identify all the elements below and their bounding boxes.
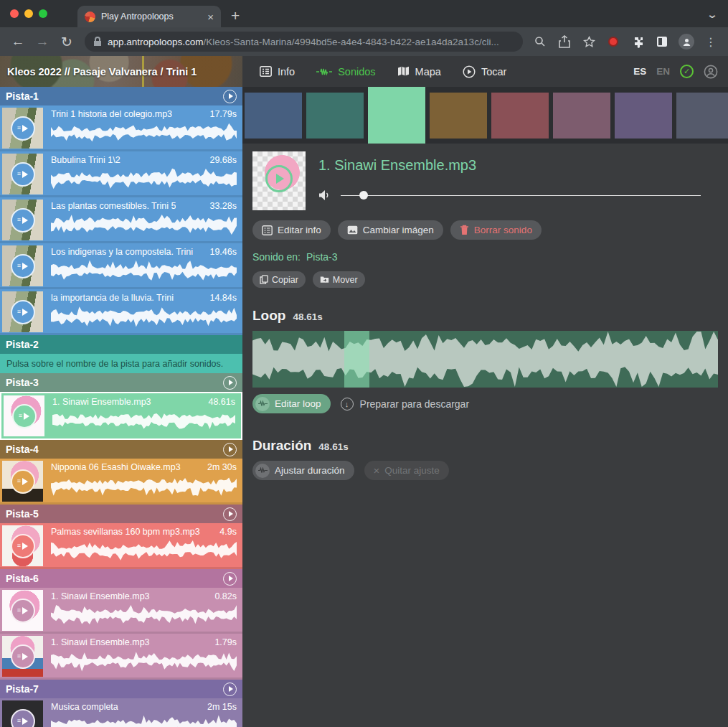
track-tab-5[interactable]	[491, 93, 549, 139]
track-play-icon[interactable]	[223, 683, 237, 696]
track-tab-8[interactable]	[676, 93, 728, 139]
clip[interactable]: ≡Trini 1 historia del colegio.mp317.79s	[0, 105, 242, 151]
back-button[interactable]: ←	[7, 31, 29, 52]
clip[interactable]: ≡la importancia de la lluvia. Trini14.84…	[0, 289, 242, 335]
clip-play-icon[interactable]: ≡	[11, 116, 35, 141]
sound-title: 1. Sinawi Ensemble.mp3	[318, 157, 718, 174]
tab-search-chevron-icon[interactable]: ⌄	[706, 9, 718, 20]
clip[interactable]: ≡Las plantas comestibles. Trini 533.28s	[0, 197, 242, 243]
browser-tab[interactable]: Play Antropoloops ×	[77, 6, 221, 27]
sound-play-icon[interactable]	[265, 165, 293, 192]
assigned-track-link[interactable]: Pista-3	[306, 251, 338, 263]
track-tab-6[interactable]	[553, 93, 610, 139]
track-play-icon[interactable]	[223, 443, 237, 456]
clip-thumbnail: ≡	[4, 395, 44, 436]
side-panel-icon[interactable]	[652, 32, 672, 52]
track-pista-7: Pista-7≡Musica completa2m 15s	[0, 680, 242, 727]
track-play-icon[interactable]	[223, 572, 237, 586]
clip-play-icon[interactable]: ≡	[11, 599, 35, 623]
volume-knob[interactable]	[359, 191, 368, 200]
tab-mapa[interactable]: Mapa	[397, 66, 441, 78]
edit-info-button[interactable]: Editar info	[252, 220, 331, 240]
clip[interactable]: ≡1. Sinawi Ensemble.mp31.79s	[0, 634, 242, 680]
browser-menu-icon[interactable]: ⋮	[701, 32, 721, 52]
copy-button[interactable]: Copiar	[252, 271, 306, 288]
zoom-icon[interactable]	[530, 32, 550, 52]
loop-waveform[interactable]	[252, 331, 718, 388]
track-header[interactable]: Pista-3	[0, 373, 242, 392]
new-tab-button[interactable]: +	[231, 7, 240, 24]
clip-play-icon[interactable]: ≡	[11, 300, 35, 324]
track-header[interactable]: Pista-7	[0, 680, 242, 698]
lang-en[interactable]: EN	[656, 66, 670, 77]
track-pista-4: Pista-4≡Nipponia 06 Esashi Oiwake.mp32m …	[0, 440, 242, 505]
lock-icon	[93, 37, 102, 47]
lang-es[interactable]: ES	[633, 66, 646, 77]
clip[interactable]: ≡Nipponia 06 Esashi Oiwake.mp32m 30s	[0, 459, 242, 505]
delete-sound-button[interactable]: Borrar sonido	[450, 220, 542, 240]
address-bar[interactable]: app.antropoloops.com/Kleos-Santa-Marina/…	[85, 32, 523, 52]
track-tab-7[interactable]	[615, 93, 672, 139]
clip-title: la importancia de la lluvia. Trini	[51, 293, 174, 303]
track-header[interactable]: Pista-6	[0, 569, 242, 588]
tab-info[interactable]: Info	[260, 66, 295, 78]
clip[interactable]: ≡1. Sinawi Ensemble.mp30.82s	[0, 588, 242, 634]
track-tab-4[interactable]	[430, 93, 487, 139]
duration-value: 48.61s	[318, 441, 348, 452]
account-icon[interactable]	[704, 65, 718, 79]
clip[interactable]: ≡Bubulina Trini 1\229.68s	[0, 151, 242, 197]
saved-check-icon[interactable]: ✓	[680, 65, 694, 78]
track-tab-1[interactable]	[245, 93, 302, 139]
track-header[interactable]: Pista-1	[0, 87, 242, 105]
clip-play-icon[interactable]: ≡	[11, 709, 35, 727]
clip-play-icon[interactable]: ≡	[11, 644, 35, 669]
clip[interactable]: ≡Musica completa2m 15s	[0, 698, 242, 727]
zoom-window-button[interactable]	[39, 9, 47, 18]
edit-loop-button[interactable]: Editar loop	[252, 394, 331, 413]
track-tab-3[interactable]	[368, 87, 425, 144]
project-banner[interactable]: Kleos 2022 // Pasaje Valvanera / Trini 1	[0, 56, 242, 87]
track-play-icon[interactable]	[223, 90, 237, 103]
track-play-icon[interactable]	[223, 376, 237, 390]
loop-playhead-region[interactable]	[344, 331, 369, 388]
clip-play-icon[interactable]: ≡	[11, 162, 35, 187]
prepare-download-button[interactable]: ↓ Preparar para descargar	[341, 398, 470, 411]
reload-button[interactable]: ↻	[56, 31, 77, 52]
minimize-window-button[interactable]	[24, 9, 33, 18]
sound-image[interactable]	[252, 151, 306, 210]
track-name: Pista-4	[6, 444, 223, 455]
tab-sonidos[interactable]: Sonidos	[316, 66, 375, 78]
track-tab-2[interactable]	[306, 93, 364, 139]
close-window-button[interactable]	[10, 9, 19, 18]
clip-waveform	[51, 167, 237, 190]
remove-adjust-button[interactable]: × Quitar ajuste	[364, 461, 449, 480]
move-button[interactable]: Mover	[313, 271, 365, 288]
share-icon[interactable]	[554, 32, 575, 52]
volume-slider[interactable]	[341, 191, 701, 200]
loop-title: Loop	[252, 308, 285, 324]
app-header: Kleos 2022 // Pasaje Valvanera / Trini 1…	[0, 56, 728, 87]
change-image-button[interactable]: Cambiar imágen	[338, 220, 443, 240]
clip-play-icon[interactable]: ≡	[11, 534, 35, 558]
browser-toolbar: ← → ↻ app.antropoloops.com/Kleos-Santa-M…	[0, 27, 728, 56]
track-header[interactable]: Pista-2	[0, 335, 242, 354]
clip[interactable]: ≡Palmas sevillanas 160 bpm mp3.mp34.9s	[0, 523, 242, 569]
extensions-puzzle-icon[interactable]	[628, 32, 648, 52]
track-header[interactable]: Pista-5	[0, 505, 242, 523]
clip[interactable]: ≡1. Sinawi Ensemble.mp348.61s	[0, 392, 242, 440]
clip-play-icon[interactable]: ≡	[11, 469, 35, 494]
clip-play-icon[interactable]: ≡	[12, 404, 37, 428]
adjust-duration-button[interactable]: Ajustar duración	[252, 461, 354, 480]
forward-button[interactable]: →	[32, 31, 53, 52]
clip-play-icon[interactable]: ≡	[11, 254, 35, 278]
clip[interactable]: ≡Los indigenas y la compostela. Trini19.…	[0, 243, 242, 289]
record-extension-icon[interactable]	[603, 32, 623, 52]
track-header[interactable]: Pista-4	[0, 440, 242, 459]
clip-play-icon[interactable]: ≡	[11, 208, 35, 233]
tab-close-icon[interactable]: ×	[207, 11, 214, 22]
tab-tocar[interactable]: Tocar	[463, 65, 506, 78]
track-play-icon[interactable]	[223, 507, 237, 521]
profile-avatar-icon[interactable]	[676, 32, 696, 52]
bookmark-star-icon[interactable]	[579, 32, 599, 52]
tab-sonidos-label: Sonidos	[338, 66, 375, 78]
